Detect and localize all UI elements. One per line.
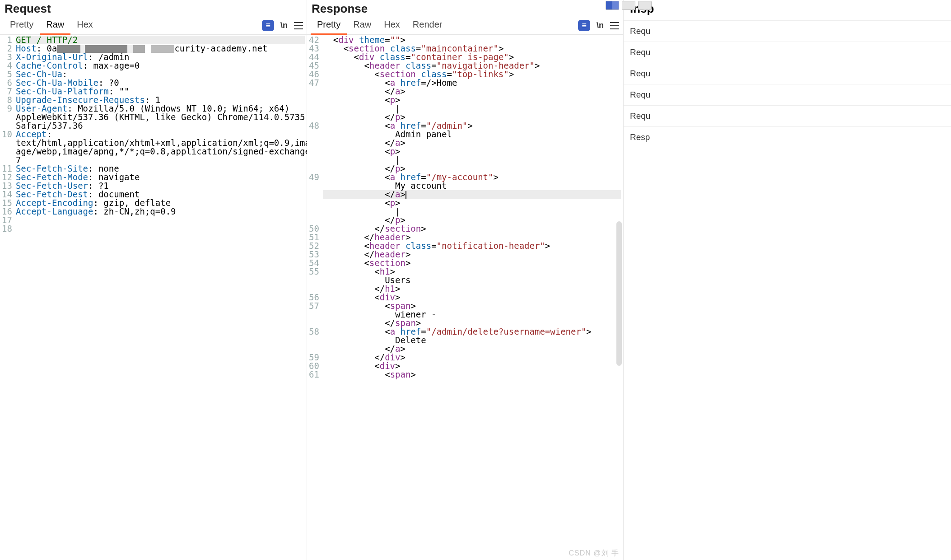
inspector-item[interactable]: Requ <box>624 20 951 42</box>
tab-raw[interactable]: Raw <box>40 17 70 35</box>
wrap-icon[interactable]: ≡ <box>262 20 274 31</box>
wrap-icon-resp[interactable]: ≡ <box>578 20 590 31</box>
inspector-item[interactable]: Requ <box>624 105 951 126</box>
tab-pretty-resp[interactable]: Pretty <box>311 17 347 35</box>
scrollbar[interactable] <box>616 221 622 366</box>
hamburger-icon[interactable] <box>294 22 303 29</box>
response-tabs: Pretty Raw Hex Render ≡ \n <box>307 17 623 35</box>
layout-split-icon[interactable] <box>606 1 619 10</box>
inspector-item[interactable]: Requ <box>624 42 951 63</box>
request-editor[interactable]: 123456789101112131415161718 GET / HTTP/2… <box>0 35 307 560</box>
newline-toggle-resp[interactable]: \n <box>597 21 604 30</box>
watermark: CSDN @刘 手 <box>569 549 619 558</box>
inspector-title: Insp <box>624 0 951 20</box>
request-tabs: Pretty Raw Hex ≡ \n <box>0 17 307 35</box>
inspector-item[interactable]: Resp <box>624 126 951 148</box>
request-title: Request <box>0 0 307 17</box>
tab-hex[interactable]: Hex <box>70 17 99 35</box>
inspector-item[interactable]: Requ <box>624 63 951 84</box>
inspector-item[interactable]: Requ <box>624 84 951 105</box>
tab-render-resp[interactable]: Render <box>406 17 449 35</box>
response-panel: Response Pretty Raw Hex Render ≡ \n 4243… <box>307 0 623 560</box>
layout-icons <box>605 0 653 11</box>
tab-raw-resp[interactable]: Raw <box>347 17 378 35</box>
inspector-panel: Insp RequRequRequRequRequResp <box>623 0 951 560</box>
hamburger-icon-resp[interactable] <box>610 22 619 29</box>
tab-pretty[interactable]: Pretty <box>4 17 40 35</box>
newline-toggle[interactable]: \n <box>280 21 288 30</box>
layout-stack-icon[interactable] <box>622 1 635 10</box>
tab-hex-resp[interactable]: Hex <box>378 17 406 35</box>
layout-single-icon[interactable] <box>638 1 652 10</box>
request-panel: Request Pretty Raw Hex ≡ \n 123456789101… <box>0 0 307 560</box>
response-editor[interactable]: 4243444546474849505152535455565758596061… <box>307 35 623 560</box>
response-title: Response <box>307 0 623 17</box>
